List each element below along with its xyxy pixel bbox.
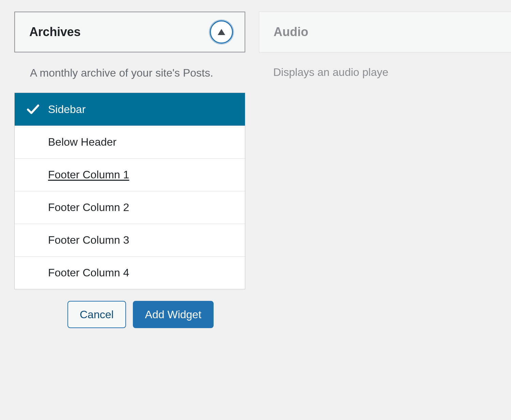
collapse-toggle-button[interactable] — [210, 20, 233, 44]
widget-title: Audio — [274, 25, 308, 39]
location-item[interactable]: Footer Column 1 — [15, 158, 245, 191]
location-label: Footer Column 4 — [48, 266, 129, 279]
add-widget-button[interactable]: Add Widget — [133, 301, 214, 328]
location-list: SidebarBelow HeaderFooter Column 1Footer… — [14, 93, 245, 289]
action-row: Cancel Add Widget — [14, 301, 245, 328]
widget-card-audio: Audio Displays an audio playe — [259, 12, 511, 92]
widget-description: Displays an audio playe — [259, 52, 511, 92]
location-label: Sidebar — [48, 103, 86, 116]
widget-header[interactable]: Archives — [14, 12, 245, 52]
location-item[interactable]: Footer Column 4 — [15, 256, 245, 289]
location-label: Footer Column 3 — [48, 234, 129, 246]
widget-header[interactable]: Audio — [259, 12, 511, 52]
svg-marker-0 — [218, 29, 225, 35]
location-label: Below Header — [48, 136, 117, 148]
widget-title: Archives — [29, 25, 81, 39]
location-label: Footer Column 2 — [48, 201, 129, 214]
widget-card-archives: Archives A monthly archive of your site'… — [14, 12, 245, 328]
triangle-up-icon — [218, 29, 225, 35]
location-item[interactable]: Below Header — [15, 126, 245, 158]
location-item[interactable]: Footer Column 2 — [15, 191, 245, 224]
location-item[interactable]: Footer Column 3 — [15, 224, 245, 256]
location-label: Footer Column 1 — [48, 168, 129, 181]
check-icon — [27, 104, 39, 114]
cancel-button[interactable]: Cancel — [67, 301, 126, 328]
location-item[interactable]: Sidebar — [15, 93, 245, 126]
widget-description: A monthly archive of your site's Posts. — [14, 52, 245, 93]
